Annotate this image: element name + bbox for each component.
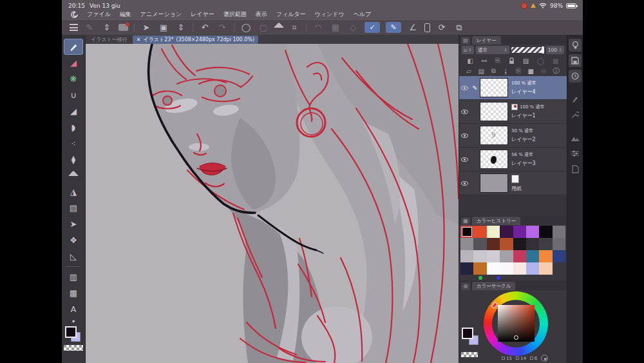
page-dock[interactable] [569,162,582,175]
swatch[interactable] [539,226,552,238]
tool-blend[interactable]: ◗ [64,119,83,135]
saturation-value-box[interactable] [498,305,535,342]
swatch[interactable] [513,262,526,275]
duplicate-layer-icon[interactable]: ⧉ [491,67,496,75]
layer-name[interactable]: レイヤー4 [511,88,536,95]
layer-name[interactable]: 用紙 [511,185,522,192]
quick-access-button[interactable] [569,39,582,52]
tool-pen[interactable] [64,39,83,55]
layer-name[interactable]: レイヤー1 [511,112,544,119]
tool-settings-dock[interactable] [569,108,582,121]
layer-info-icon[interactable]: ⓘ [553,66,560,75]
edit-pen-icon[interactable]: ✎ [84,22,95,33]
tool-select[interactable]: ➤ [64,216,83,232]
layer-row-2[interactable]: 9 30 % 通常 レイヤー2 [459,124,567,148]
angle-ruler-icon[interactable]: ∠ [407,22,419,33]
transparent-color-chip[interactable] [461,352,478,357]
tool-text[interactable]: A [64,301,83,317]
swatch[interactable] [513,238,526,250]
tool-eraser[interactable]: ◢ [64,103,83,119]
swatch[interactable] [539,250,552,262]
opacity-stepper[interactable]: 100 ⇕ [546,46,564,54]
layer-name[interactable]: レイヤー3 [511,160,536,167]
snap-arc-icon[interactable]: ◠ [312,22,324,33]
snap-ruler-toggle-icon[interactable]: ✓ [365,22,380,33]
tab-color-history[interactable]: カラーヒストリー [472,217,520,225]
swatch[interactable] [500,226,513,238]
tool-ruler[interactable]: ◺ [64,248,83,264]
undo-icon[interactable]: ↶ [199,22,211,33]
swatch[interactable] [460,238,473,250]
reference-layer-icon[interactable]: ⚯ [482,57,487,64]
tab-active[interactable]: ✕ イラスト23* (3508×2480px 72dpi 100.0%) [133,35,258,44]
delete-layer-icon[interactable]: ⊖ [541,68,546,75]
swatch-dot[interactable] [478,276,482,280]
menu-view[interactable]: 表示 [256,10,267,19]
swatch[interactable] [473,238,486,250]
fullscreen-icon[interactable]: ⧉ [453,22,465,33]
swatch[interactable] [526,250,539,262]
tool-marker[interactable]: ◢ [64,55,83,71]
collapse-icon[interactable]: ⇕ [101,22,113,33]
mask-enable-icon[interactable]: ◯ [537,57,544,64]
clip-layer-icon[interactable]: ◧ [467,57,473,64]
swatch-dot[interactable] [497,276,500,280]
tool-decoration[interactable]: ❋ [64,71,83,87]
swatch[interactable] [460,250,473,262]
tool-figure[interactable]: ◮ [64,184,83,200]
tab-inactive[interactable]: イラスト〜移行 [91,36,128,43]
ruler-link-icon[interactable]: ▦ [553,57,558,64]
sv-selector[interactable] [514,335,518,340]
layer-row-4[interactable]: ✎ 100 % 通常 レイヤー4 [459,76,567,100]
drawing-canvas[interactable] [86,44,459,363]
lock-alpha-icon[interactable]: ▨ [523,57,529,64]
lock-layer-icon[interactable] [509,57,515,64]
swatch[interactable] [513,226,526,238]
redo-icon[interactable]: ↷ [216,22,228,33]
menu-selection[interactable]: 選択範囲 [223,10,247,19]
swatch[interactable] [500,250,513,262]
menu-edit[interactable]: 編集 [120,10,131,19]
main-color-chips[interactable] [64,326,82,343]
swatch[interactable] [460,262,473,275]
layer-row-3[interactable]: 56 % 通常 レイヤー3 [459,148,567,172]
swatch[interactable] [473,226,486,238]
new-folder-icon[interactable]: ▤ [478,68,484,75]
tool-fill[interactable] [64,168,83,184]
layer-thumbnail[interactable]: 9 [480,126,508,145]
main-menu-icon[interactable] [70,24,78,31]
tool-property-icon[interactable]: ➤ [140,22,152,33]
menu-layer[interactable]: レイヤー [191,10,214,19]
expression-combo[interactable]: ▫⇕ [462,46,474,54]
new-layer-icon[interactable]: ▱ [466,68,471,75]
swatch[interactable] [500,238,513,250]
tool-border[interactable]: ▦ [64,285,83,301]
opacity-slider[interactable] [511,47,544,53]
merge-down-icon[interactable]: ⭳ [502,68,509,75]
visibility-eye-icon[interactable] [459,181,470,186]
layer-thumbnail[interactable] [480,78,508,97]
layer-mask-icon[interactable]: ■ [528,68,534,75]
layers-tab-icon[interactable]: ▤ [461,37,470,44]
tool-object[interactable]: ❖ [64,232,83,248]
swatch[interactable] [539,262,552,275]
layer-name[interactable]: レイヤー2 [511,136,536,143]
wheel-tab-icon[interactable]: ◍ [461,282,470,290]
menu-filter[interactable]: フィルター [276,10,306,19]
visibility-eye-icon[interactable] [459,86,470,90]
layer-thumbnail[interactable] [480,173,508,193]
swatch[interactable] [487,250,500,262]
swatch[interactable] [539,238,552,250]
layer-thumbnail[interactable] [480,102,508,121]
history-button[interactable] [569,70,582,83]
transfer-icon[interactable]: ⎘ [516,67,521,75]
visibility-eye-icon[interactable] [459,110,470,114]
file-folder-icon[interactable]: ▣ [158,22,169,33]
tool-stitch[interactable]: ∪ [64,87,83,103]
record-indicator-icon[interactable] [521,3,527,9]
swatch[interactable] [500,262,513,275]
layer-row-paper[interactable]: 用紙 [459,172,567,195]
tool-airbrush[interactable]: ⁖ [64,135,83,152]
tool-more[interactable]: • [64,317,83,325]
deselect-icon[interactable]: ◯ [240,22,252,33]
